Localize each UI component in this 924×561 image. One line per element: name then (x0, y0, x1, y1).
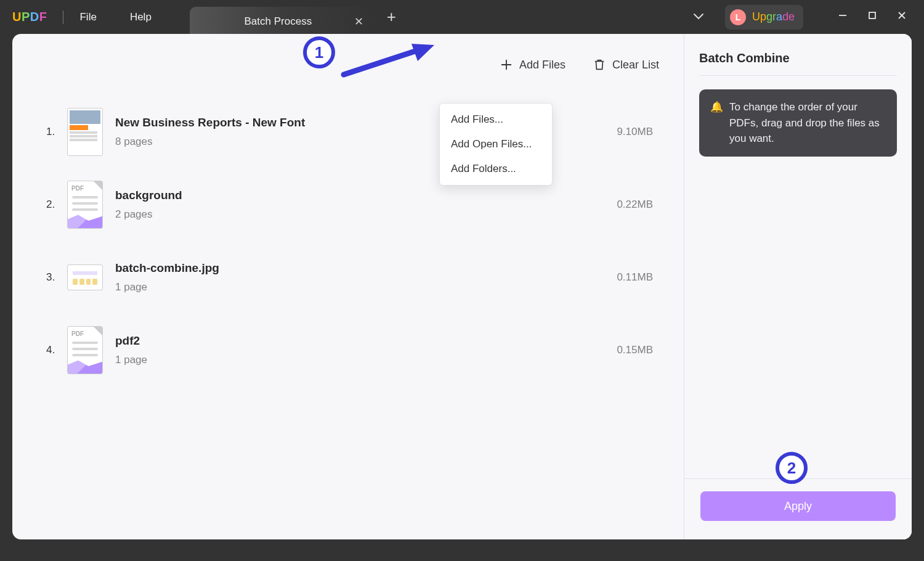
trash-icon (593, 58, 606, 72)
bell-icon: 🔔 (710, 99, 723, 147)
tab-batch-process[interactable]: Batch Process ✕ (190, 7, 375, 36)
app-logo: UPDF (12, 10, 47, 24)
titlebar: UPDF File Help Batch Process ✕ + L Upgra… (0, 0, 924, 34)
chevron-down-icon[interactable] (693, 12, 704, 22)
svg-marker-6 (411, 44, 434, 61)
file-name: background (115, 189, 591, 202)
file-size: 0.22MB (591, 199, 665, 211)
dropdown-add-open-files[interactable]: Add Open Files... (440, 132, 552, 157)
file-info: background 2 pages (115, 189, 591, 221)
plus-icon (500, 58, 513, 72)
side-panel: Batch Combine 🔔 To change the order of y… (684, 34, 912, 539)
tip-box: 🔔 To change the order of your PDFs, drag… (699, 89, 897, 157)
file-row[interactable]: 3. batch-combine.jpg 1 page 0.11MB (46, 241, 665, 314)
add-files-label: Add Files (519, 59, 565, 72)
row-index: 1. (46, 126, 67, 138)
file-name: pdf2 (115, 334, 591, 348)
add-files-button[interactable]: Add Files (500, 58, 565, 72)
file-thumbnail: PDF (67, 326, 103, 374)
clear-list-button[interactable]: Clear List (593, 58, 659, 72)
add-files-dropdown: Add Files... Add Open Files... Add Folde… (439, 103, 553, 186)
menu-help[interactable]: Help (130, 11, 152, 23)
side-footer: Apply (684, 478, 912, 539)
avatar: L (730, 9, 746, 25)
upgrade-label: Upgrade (752, 10, 795, 23)
file-size: 0.11MB (591, 271, 665, 284)
file-pages: 1 page (115, 354, 591, 366)
file-thumbnail (67, 264, 103, 290)
file-info: batch-combine.jpg 1 page (115, 261, 591, 293)
clear-list-label: Clear List (612, 59, 659, 72)
file-thumbnail: PDF (67, 181, 103, 229)
file-info: pdf2 1 page (115, 334, 591, 366)
tab-label: Batch Process (205, 15, 352, 28)
file-row[interactable]: 4. PDF pdf2 1 page 0.15MB (46, 314, 665, 387)
file-row[interactable]: 2. PDF background 2 pages 0.22MB (46, 168, 665, 241)
file-list: 1. New Business Reports - New Font 8 pag… (46, 96, 665, 387)
file-size: 0.15MB (591, 344, 665, 356)
dropdown-add-folders[interactable]: Add Folders... (440, 157, 552, 181)
annotation-arrow-icon (339, 43, 437, 80)
row-index: 4. (46, 344, 67, 356)
file-pages: 2 pages (115, 208, 591, 221)
row-index: 2. (46, 199, 67, 211)
file-panel: Add Files Clear List 1. New Business Rep… (12, 34, 684, 539)
dropdown-add-files[interactable]: Add Files... (440, 107, 552, 132)
svg-rect-1 (869, 12, 875, 18)
file-size: 9.10MB (591, 126, 665, 138)
apply-button[interactable]: Apply (700, 491, 896, 521)
minimize-button[interactable] (828, 10, 857, 23)
maximize-button[interactable] (857, 10, 887, 23)
row-index: 3. (46, 271, 67, 284)
tip-text: To change the order of your PDFs, drag a… (729, 99, 886, 147)
annotation-step-2: 2 (776, 452, 808, 484)
close-icon[interactable]: ✕ (352, 12, 366, 31)
file-row[interactable]: 1. New Business Reports - New Font 8 pag… (46, 96, 665, 168)
menu-file[interactable]: File (79, 11, 96, 23)
file-pages: 1 page (115, 281, 591, 293)
file-thumbnail (67, 108, 103, 156)
file-name: batch-combine.jpg (115, 261, 591, 275)
workspace: Add Files Clear List 1. New Business Rep… (12, 34, 912, 539)
side-title: Batch Combine (699, 51, 897, 76)
close-window-button[interactable] (887, 10, 917, 23)
new-tab-button[interactable]: + (387, 7, 396, 27)
annotation-step-1: 1 (303, 36, 335, 68)
divider (63, 10, 63, 24)
upgrade-button[interactable]: L Upgrade (725, 5, 803, 30)
